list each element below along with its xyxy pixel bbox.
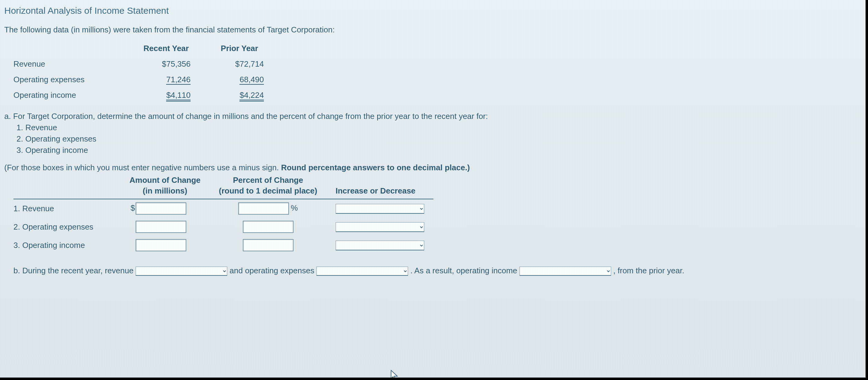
amount-input-revenue[interactable]	[135, 202, 186, 214]
question-b-mid1: and operating expenses	[230, 266, 317, 275]
cell-value: 71,246	[166, 75, 191, 85]
cell-value: $4,110	[166, 90, 191, 101]
col-recent-year: Recent Year	[129, 41, 203, 56]
dollar-sign: $	[129, 203, 135, 213]
incdec-select-opincome[interactable]	[336, 241, 424, 251]
table-row: Operating expenses 71,246 68,490	[7, 72, 276, 87]
question-b-tail: , from the prior year.	[613, 266, 684, 275]
question-b-sentence: b. During the recent year, revenue and o…	[13, 263, 866, 278]
question-a-lead: a. For Target Corporation, determine the…	[4, 112, 866, 121]
table-row: Revenue $75,356 $72,714	[7, 56, 276, 72]
col-amount-change: Amount of Change	[120, 175, 210, 185]
row-label-opincome: Operating income	[7, 87, 129, 103]
incdec-select-revenue[interactable]	[336, 204, 424, 214]
question-b-mid2: . As a result, operating income	[410, 266, 520, 275]
cursor-icon	[390, 370, 399, 378]
answer-row: 1. Revenue $ %	[13, 199, 433, 218]
row-label-opex: Operating expenses	[7, 72, 129, 87]
answer-row-label: 1. Revenue	[13, 199, 120, 218]
rounding-note: (For those boxes in which you must enter…	[4, 163, 866, 172]
col-prior-year: Prior Year	[203, 41, 276, 56]
question-page: Horizontal Analysis of Income Statement …	[0, 0, 866, 378]
cell-value: $4,224	[240, 90, 264, 101]
col-amount-change-sub: (in millions)	[120, 185, 210, 199]
cell-value: $75,356	[129, 56, 203, 72]
table-row: Operating income $4,110 $4,224	[7, 87, 276, 103]
answer-table: Amount of Change Percent of Change (in m…	[13, 175, 433, 254]
answer-row: 3. Operating income	[13, 236, 433, 254]
revenue-trend-select[interactable]	[135, 267, 227, 276]
question-a-item-1: 1. Revenue	[17, 123, 866, 133]
cell-value: 68,490	[240, 75, 264, 85]
amount-input-opincome[interactable]	[135, 239, 186, 251]
percent-sign: %	[291, 203, 298, 212]
percent-input-revenue[interactable]	[238, 202, 289, 214]
cell-value: $72,714	[203, 56, 276, 72]
percent-input-opex[interactable]	[243, 221, 293, 233]
row-label-revenue: Revenue	[7, 56, 129, 72]
col-percent-change-sub: (round to 1 decimal place)	[210, 185, 327, 199]
percent-input-opincome[interactable]	[243, 239, 293, 251]
opex-trend-select[interactable]	[316, 267, 408, 276]
answer-row-label: 2. Operating expenses	[13, 218, 120, 236]
answer-row-label: 3. Operating income	[13, 236, 120, 254]
page-title: Horizontal Analysis of Income Statement	[4, 5, 866, 16]
data-table: Recent Year Prior Year Revenue $75,356 $…	[7, 41, 276, 103]
col-percent-change: Percent of Change	[210, 175, 327, 185]
incdec-select-opex[interactable]	[336, 222, 424, 232]
answer-row: 2. Operating expenses	[13, 218, 433, 236]
amount-input-opex[interactable]	[135, 221, 186, 233]
col-inc-dec: Increase or Decrease	[327, 185, 433, 199]
question-b-lead: b. During the recent year, revenue	[13, 266, 133, 275]
question-a-item-2: 2. Operating expenses	[17, 134, 866, 144]
question-a-item-3: 3. Operating income	[17, 146, 866, 155]
intro-text: The following data (in millions) were ta…	[4, 25, 866, 34]
opincome-trend-select[interactable]	[520, 267, 611, 276]
